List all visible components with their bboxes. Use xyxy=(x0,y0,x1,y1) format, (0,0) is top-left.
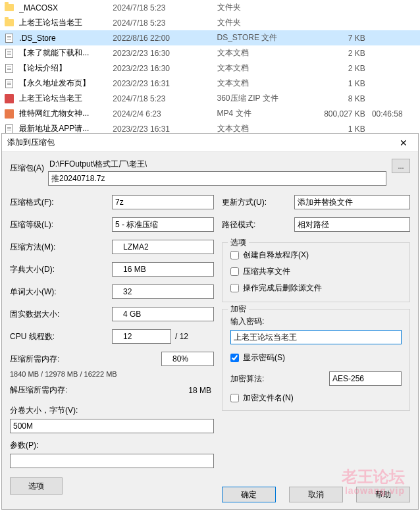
folder-icon xyxy=(4,18,14,28)
options-group: 选项 创建自释放程序(X) 压缩共享文件 操作完成后删除源文件 xyxy=(222,242,410,302)
file-row[interactable]: 【永久地址发布页】2023/2/23 16:31文本文档1 KB xyxy=(0,76,420,91)
enc-algo-select[interactable]: AES-256 xyxy=(329,371,402,386)
file-name: _MACOSX xyxy=(19,3,113,13)
file-type: MP4 文件 xyxy=(217,108,321,119)
showpw-checkbox-row[interactable]: 显示密码(S) xyxy=(230,352,402,363)
enc-algo-label: 加密算法: xyxy=(230,373,329,385)
word-select[interactable]: 32 xyxy=(112,284,214,299)
file-row[interactable]: _MACOSX2024/7/18 5:23文件夹 xyxy=(0,0,420,15)
delete-checkbox[interactable] xyxy=(230,284,239,292)
file-list: _MACOSX2024/7/18 5:23文件夹上老王论坛当老王2024/7/1… xyxy=(0,0,420,136)
file-name: .DS_Store xyxy=(19,34,113,43)
file-name: 上老王论坛当老王 xyxy=(19,93,113,104)
file-size: 2 KB xyxy=(321,49,372,58)
mem-decomp-value: 18 MB xyxy=(188,386,214,395)
mem-decomp-label: 解压缩所需内存: xyxy=(10,385,188,396)
file-date: 2023/2/23 16:31 xyxy=(113,79,217,88)
file-name: 【论坛介绍】 xyxy=(19,63,113,74)
password-input[interactable] xyxy=(230,330,402,344)
file-size: 1 KB xyxy=(321,124,372,134)
file-type: 文本文档 xyxy=(217,78,321,89)
encnames-checkbox-row[interactable]: 加密文件名(N) xyxy=(230,392,402,404)
cancel-button[interactable]: 取消 xyxy=(289,487,343,502)
level-select[interactable]: 5 - 标准压缩 xyxy=(112,217,214,232)
dict-label: 字典大小(D): xyxy=(10,264,112,275)
browse-button[interactable]: ... xyxy=(392,159,410,173)
file-size: 2 KB xyxy=(321,64,372,73)
video-icon xyxy=(4,109,14,119)
mem-comp-label: 压缩所需内存: xyxy=(10,354,161,365)
format-label: 压缩格式(F): xyxy=(10,197,112,208)
showpw-checkbox[interactable] xyxy=(230,354,239,362)
document-icon xyxy=(4,48,14,59)
file-name: 上老王论坛当老王 xyxy=(19,17,113,28)
dialog-title: 添加到压缩包 xyxy=(7,137,55,148)
param-input[interactable] xyxy=(10,454,214,468)
cpu-max: / 12 xyxy=(175,332,188,341)
close-icon[interactable]: ✕ xyxy=(394,136,413,149)
share-checkbox-row[interactable]: 压缩共享文件 xyxy=(230,266,402,277)
method-select[interactable]: LZMA2 xyxy=(112,240,214,254)
file-type: 文本文档 xyxy=(217,47,321,59)
file-row[interactable]: 推特网红尤物女神...2024/2/4 6:23MP4 文件800,027 KB… xyxy=(0,106,420,121)
file-type: DS_STORE 文件 xyxy=(217,32,321,43)
file-date: 2024/7/18 5:23 xyxy=(113,18,217,28)
file-date: 2023/2/23 16:31 xyxy=(113,124,217,134)
word-label: 单词大小(W): xyxy=(10,286,112,298)
mem-comp-select[interactable]: 80% xyxy=(161,352,214,366)
document-icon xyxy=(4,78,14,89)
split-label: 分卷大小，字节(V): xyxy=(10,405,214,416)
archive-name-select[interactable]: 推20240718.7z xyxy=(48,171,386,186)
dict-select[interactable]: 16 MB xyxy=(112,262,214,277)
sfx-checkbox[interactable] xyxy=(230,251,239,259)
ok-button[interactable]: 确定 xyxy=(222,487,276,502)
options-button[interactable]: 选项 xyxy=(10,477,63,495)
zip-icon xyxy=(4,94,14,104)
pathmode-label: 路径模式: xyxy=(222,219,294,230)
file-size: 7 KB xyxy=(321,34,372,43)
encnames-checkbox[interactable] xyxy=(230,394,239,402)
document-icon xyxy=(4,33,14,43)
split-select[interactable]: 500M xyxy=(10,419,214,433)
param-label: 参数(P): xyxy=(10,440,214,451)
file-row[interactable]: 【论坛介绍】2023/2/23 16:30文本文档2 KB xyxy=(0,61,420,76)
solid-label: 固实数据大小: xyxy=(10,309,112,320)
file-date: 2023/2/23 16:30 xyxy=(113,64,217,73)
encrypt-group: 加密 输入密码: 显示密码(S) 加密算法: AES-256 加密文件名(N) xyxy=(222,309,410,411)
format-select[interactable]: 7z xyxy=(112,195,214,209)
update-label: 更新方式(U): xyxy=(222,197,294,208)
file-row[interactable]: 【来了就能下载和...2023/2/23 16:30文本文档2 KB xyxy=(0,45,420,61)
file-size: 1 KB xyxy=(321,79,372,88)
folder-icon xyxy=(4,3,14,13)
document-icon xyxy=(4,63,14,74)
help-button[interactable]: 帮助 xyxy=(356,487,410,502)
file-name: 【来了就能下载和... xyxy=(19,47,113,59)
file-name: 推特网红尤物女神... xyxy=(19,108,113,119)
file-type: 文件夹 xyxy=(217,17,321,28)
archive-path: D:\FFOutput\格式工厂\老王\ xyxy=(48,159,386,171)
sfx-checkbox-row[interactable]: 创建自释放程序(X) xyxy=(230,250,402,261)
share-checkbox[interactable] xyxy=(230,267,239,276)
file-size: 8 KB xyxy=(321,94,372,103)
file-date: 2024/2/4 6:23 xyxy=(113,109,217,119)
archive-dialog: 添加到压缩包 ✕ 压缩包(A) D:\FFOutput\格式工厂\老王\ 推20… xyxy=(1,133,419,510)
file-row[interactable]: .DS_Store2022/8/16 22:00DS_STORE 文件7 KB xyxy=(0,30,420,45)
file-date: 2024/7/18 5:23 xyxy=(113,94,217,103)
archive-label: 压缩包(A) xyxy=(10,159,48,174)
update-select[interactable]: 添加并替换文件 xyxy=(294,195,410,209)
file-row[interactable]: 上老王论坛当老王2024/7/18 5:23360压缩 ZIP 文件8 KB xyxy=(0,91,420,106)
file-date: 2022/8/16 22:00 xyxy=(113,34,217,43)
file-row[interactable]: 上老王论坛当老王2024/7/18 5:23文件夹 xyxy=(0,15,420,30)
dialog-titlebar: 添加到压缩包 ✕ xyxy=(2,134,418,152)
method-label: 压缩方法(M): xyxy=(10,242,112,253)
pathmode-select[interactable]: 相对路径 xyxy=(294,217,410,232)
mem-comp-text: 1840 MB / 12978 MB / 16222 MB xyxy=(10,370,214,378)
file-type: 360压缩 ZIP 文件 xyxy=(217,93,321,104)
delete-checkbox-row[interactable]: 操作完成后删除源文件 xyxy=(230,282,402,294)
options-title: 选项 xyxy=(228,237,249,248)
file-name: 【永久地址发布页】 xyxy=(19,78,113,89)
solid-select[interactable]: 4 GB xyxy=(112,307,214,321)
file-type: 文本文档 xyxy=(217,63,321,74)
file-date: 2024/7/18 5:23 xyxy=(113,3,217,13)
cpu-select[interactable]: 12 xyxy=(112,329,171,344)
